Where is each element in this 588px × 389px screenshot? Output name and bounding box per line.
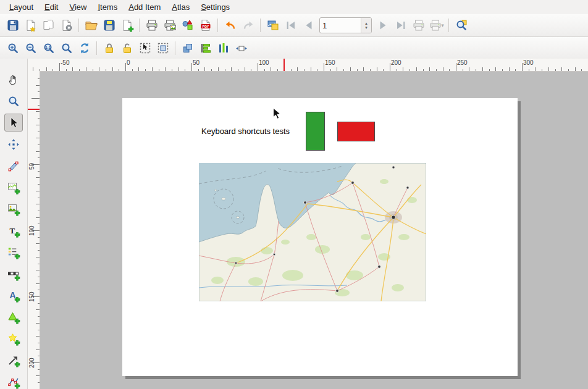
- export-atlas-button[interactable]: ▾: [427, 17, 445, 34]
- refresh-view-button[interactable]: [75, 40, 93, 57]
- align-items-button[interactable]: [196, 40, 214, 57]
- print-button[interactable]: [143, 17, 161, 34]
- save-as-template-button[interactable]: [100, 17, 118, 34]
- edit-nodes-tool[interactable]: [4, 157, 23, 175]
- distribute-items-button[interactable]: [214, 40, 232, 57]
- next-feature-button[interactable]: [374, 17, 392, 34]
- ruler-tick: [561, 67, 562, 71]
- add-marker-button[interactable]: [4, 330, 23, 348]
- unlock-icon: [120, 41, 134, 55]
- zoom-in-button[interactable]: [4, 40, 22, 57]
- add-shape-button[interactable]: [4, 308, 23, 326]
- printer-image-icon: [163, 19, 177, 32]
- page-duplicate-icon: [42, 19, 56, 32]
- export-pdf-button[interactable]: PDF: [196, 17, 214, 34]
- atlas-feature-input[interactable]: [320, 19, 361, 31]
- ruler-tick: [36, 323, 40, 324]
- ruler-tick: [304, 69, 304, 71]
- zoom-full-button[interactable]: [57, 40, 75, 57]
- add-north-arrow-button[interactable]: A: [4, 287, 23, 304]
- ruler-tick: [311, 67, 311, 71]
- menu-items[interactable]: Items: [92, 1, 123, 14]
- preview-atlas-button[interactable]: [264, 17, 282, 34]
- ruler-tick: [297, 67, 298, 71]
- zoom-out-button[interactable]: [22, 40, 40, 57]
- menubar: LayoutEditViewItemsAdd ItemAtlasSettings: [0, 0, 588, 14]
- zoom-tool[interactable]: [4, 92, 23, 110]
- unlock-items-button[interactable]: [118, 40, 136, 57]
- nav-prev-icon: [302, 19, 316, 32]
- ruler-tick: [125, 63, 126, 71]
- save-project-button[interactable]: [4, 17, 22, 34]
- duplicate-layout-button[interactable]: [40, 17, 57, 34]
- menu-edit[interactable]: Edit: [39, 1, 64, 14]
- zoom-actual-button[interactable]: 1:1: [40, 40, 57, 57]
- menu-settings[interactable]: Settings: [195, 1, 235, 14]
- ruler-tick: [38, 144, 40, 145]
- lock-items-button[interactable]: [100, 40, 118, 57]
- menu-add-item[interactable]: Add Item: [123, 1, 166, 14]
- export-svg-button[interactable]: [178, 17, 196, 34]
- left-ruler[interactable]: 50100150200: [27, 71, 40, 389]
- layout-page[interactable]: Keyboard shortcuts tests: [122, 98, 518, 376]
- select-all-button[interactable]: [136, 40, 154, 57]
- label-item[interactable]: Keyboard shortcuts tests: [201, 127, 290, 136]
- move-item-content-tool[interactable]: [4, 135, 23, 153]
- undo-button[interactable]: [221, 17, 239, 34]
- add-arrow-button[interactable]: [4, 351, 23, 369]
- ruler-tick: [495, 67, 496, 71]
- resize-items-button[interactable]: [232, 40, 250, 57]
- menu-view[interactable]: View: [64, 1, 92, 14]
- ruler-tick: [38, 171, 40, 172]
- add-node-item-button[interactable]: [4, 373, 23, 389]
- raise-icon: [181, 41, 195, 55]
- first-feature-button[interactable]: [282, 17, 300, 34]
- ruler-label: 150: [28, 291, 35, 302]
- last-feature-button[interactable]: [392, 17, 410, 34]
- top-ruler[interactable]: -50050100150200250300: [27, 59, 588, 72]
- ruler-tick: [350, 67, 351, 71]
- dropdown-arrow-icon[interactable]: ▾: [441, 22, 444, 28]
- spinner-arrows-icon[interactable]: ▴▾: [361, 18, 371, 33]
- red-rectangle-item[interactable]: [337, 122, 375, 141]
- layout-manager-button[interactable]: [57, 17, 75, 34]
- ruler-tick: [38, 290, 40, 290]
- print-atlas-button[interactable]: [410, 17, 427, 34]
- ruler-tick: [456, 63, 456, 71]
- add-marker-icon: [7, 332, 20, 346]
- layout-canvas[interactable]: Keyboard shortcuts tests: [40, 71, 588, 389]
- ruler-tick: [397, 69, 397, 71]
- ruler-label: 150: [325, 59, 335, 66]
- add-items-from-template-button[interactable]: [118, 17, 136, 34]
- map-item[interactable]: [199, 163, 426, 301]
- add-scalebar-button[interactable]: [4, 265, 23, 283]
- add-picture-button[interactable]: [4, 200, 23, 218]
- ruler-tick: [36, 111, 40, 112]
- menu-layout[interactable]: Layout: [4, 1, 39, 14]
- atlas-settings-button[interactable]: [452, 17, 470, 34]
- folder-open-icon: [85, 19, 98, 32]
- nav-last-icon: [394, 19, 408, 32]
- ruler-tick: [32, 98, 40, 99]
- ruler-tick: [36, 85, 40, 86]
- export-image-button[interactable]: [161, 17, 178, 34]
- open-template-button[interactable]: [82, 17, 100, 34]
- deselect-all-button[interactable]: [154, 40, 172, 57]
- atlas-feature-spinbox[interactable]: ▴▾: [319, 17, 372, 33]
- previous-feature-button[interactable]: [300, 17, 317, 34]
- ruler-tick: [258, 63, 258, 71]
- ruler-tick: [36, 270, 40, 270]
- redo-button[interactable]: [239, 17, 257, 34]
- ruler-tick: [469, 67, 469, 71]
- add-legend-button[interactable]: [4, 243, 23, 261]
- printer-icon: [429, 19, 442, 32]
- pan-tool[interactable]: [4, 70, 23, 88]
- menu-atlas[interactable]: Atlas: [166, 1, 195, 14]
- green-rectangle-item[interactable]: [306, 112, 325, 151]
- new-layout-button[interactable]: [22, 17, 40, 34]
- select-move-item-tool[interactable]: [4, 114, 23, 132]
- add-label-button[interactable]: T: [4, 222, 23, 240]
- ruler-tick: [38, 330, 40, 330]
- add-map-button[interactable]: [4, 178, 23, 196]
- raise-items-button[interactable]: [178, 40, 196, 57]
